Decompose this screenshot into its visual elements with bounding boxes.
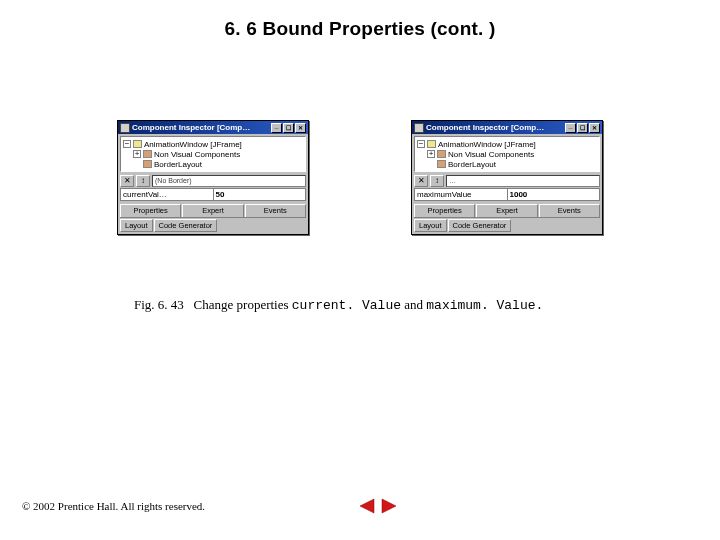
tab-events[interactable]: Events bbox=[539, 204, 600, 217]
minimize-button[interactable] bbox=[271, 123, 282, 133]
caption-text: Change properties bbox=[194, 297, 292, 312]
tree-row[interactable]: + Non Visual Components bbox=[123, 149, 303, 159]
slide-nav bbox=[358, 498, 398, 514]
tab-properties[interactable]: Properties bbox=[120, 204, 181, 217]
tab-events[interactable]: Events bbox=[245, 204, 306, 217]
layout-icon bbox=[143, 160, 152, 168]
caption-code: current. Value bbox=[292, 298, 401, 313]
property-row[interactable]: maximumValue 1000 bbox=[414, 188, 600, 201]
inspector-panel-right: Component Inspector [Comp… − AnimationWi… bbox=[411, 120, 603, 235]
window-title: Component Inspector [Comp… bbox=[426, 123, 565, 132]
component-tree: − AnimationWindow [JFrame] + Non Visual … bbox=[414, 136, 600, 172]
tree-toggle-icon[interactable]: − bbox=[417, 140, 425, 148]
maximize-button[interactable] bbox=[577, 123, 588, 133]
tab-layout[interactable]: Layout bbox=[414, 219, 447, 232]
maximize-button[interactable] bbox=[283, 123, 294, 133]
delete-button[interactable]: ✕ bbox=[120, 175, 134, 187]
title-bar: Component Inspector [Comp… bbox=[412, 121, 602, 134]
page-title: 6. 6 Bound Properties (cont. ) bbox=[0, 18, 720, 40]
tree-label: BorderLayout bbox=[154, 160, 202, 169]
fig-number: Fig. 6. 43 bbox=[134, 297, 184, 312]
folder-icon bbox=[437, 150, 446, 158]
tree-label: AnimationWindow [JFrame] bbox=[438, 140, 536, 149]
tab-properties[interactable]: Properties bbox=[414, 204, 475, 217]
window-icon bbox=[120, 123, 130, 133]
tree-label: Non Visual Components bbox=[154, 150, 240, 159]
panels-container: Component Inspector [Comp… − AnimationWi… bbox=[0, 120, 720, 235]
frame-icon bbox=[133, 140, 142, 148]
footer: © 2002 Prentice Hall. All rights reserve… bbox=[22, 498, 698, 514]
window-title: Component Inspector [Comp… bbox=[132, 123, 271, 132]
tab-layout[interactable]: Layout bbox=[120, 219, 153, 232]
main-tabs: Properties Expert Events bbox=[414, 204, 600, 218]
property-value-cell[interactable]: 50 bbox=[214, 188, 307, 201]
layout-icon bbox=[437, 160, 446, 168]
frame-icon bbox=[427, 140, 436, 148]
delete-button[interactable]: ✕ bbox=[414, 175, 428, 187]
tab-spacer bbox=[217, 219, 306, 232]
sub-tabs: Layout Code Generator bbox=[120, 219, 306, 232]
tree-toggle-icon[interactable]: + bbox=[427, 150, 435, 158]
tree-row[interactable]: BorderLayout bbox=[417, 159, 597, 169]
property-toolbar: ✕ ↕ … bbox=[412, 174, 602, 188]
tab-code-generator[interactable]: Code Generator bbox=[154, 219, 218, 232]
caption-text: and bbox=[401, 297, 426, 312]
figure-caption: Fig. 6. 43 Change properties current. Va… bbox=[134, 297, 720, 313]
minimize-button[interactable] bbox=[565, 123, 576, 133]
tree-row[interactable]: − AnimationWindow [JFrame] bbox=[417, 139, 597, 149]
sub-tabs: Layout Code Generator bbox=[414, 219, 600, 232]
main-tabs: Properties Expert Events bbox=[120, 204, 306, 218]
tree-label: AnimationWindow [JFrame] bbox=[144, 140, 242, 149]
caption-code: maximum. Value. bbox=[426, 298, 543, 313]
property-row[interactable]: currentVal… 50 bbox=[120, 188, 306, 201]
property-value-cell[interactable]: 1000 bbox=[508, 188, 601, 201]
component-tree: − AnimationWindow [JFrame] + Non Visual … bbox=[120, 136, 306, 172]
caption-gap bbox=[184, 297, 194, 312]
folder-icon bbox=[143, 150, 152, 158]
tab-code-generator[interactable]: Code Generator bbox=[448, 219, 512, 232]
tab-expert[interactable]: Expert bbox=[182, 204, 243, 217]
tab-expert[interactable]: Expert bbox=[476, 204, 537, 217]
svg-marker-0 bbox=[360, 499, 374, 513]
next-slide-button[interactable] bbox=[380, 498, 398, 514]
tree-toggle-icon[interactable]: + bbox=[133, 150, 141, 158]
tree-row[interactable]: + Non Visual Components bbox=[417, 149, 597, 159]
inspector-panel-left: Component Inspector [Comp… − AnimationWi… bbox=[117, 120, 309, 235]
tree-row[interactable]: BorderLayout bbox=[123, 159, 303, 169]
tree-toggle-icon[interactable]: − bbox=[123, 140, 131, 148]
property-name-cell: currentVal… bbox=[120, 188, 214, 201]
property-name-cell: maximumValue bbox=[414, 188, 508, 201]
tree-label: BorderLayout bbox=[448, 160, 496, 169]
close-button[interactable] bbox=[589, 123, 600, 133]
prev-slide-button[interactable] bbox=[358, 498, 376, 514]
tree-label: Non Visual Components bbox=[448, 150, 534, 159]
svg-marker-1 bbox=[382, 499, 396, 513]
tab-spacer bbox=[511, 219, 600, 232]
copyright-text: © 2002 Prentice Hall. All rights reserve… bbox=[22, 500, 205, 512]
border-dropdown[interactable]: (No Border) bbox=[152, 175, 306, 187]
title-bar: Component Inspector [Comp… bbox=[118, 121, 308, 134]
property-toolbar: ✕ ↕ (No Border) bbox=[118, 174, 308, 188]
window-icon bbox=[414, 123, 424, 133]
close-button[interactable] bbox=[295, 123, 306, 133]
sort-button[interactable]: ↕ bbox=[430, 175, 444, 187]
sort-button[interactable]: ↕ bbox=[136, 175, 150, 187]
tree-row[interactable]: − AnimationWindow [JFrame] bbox=[123, 139, 303, 149]
border-dropdown[interactable]: … bbox=[446, 175, 600, 187]
